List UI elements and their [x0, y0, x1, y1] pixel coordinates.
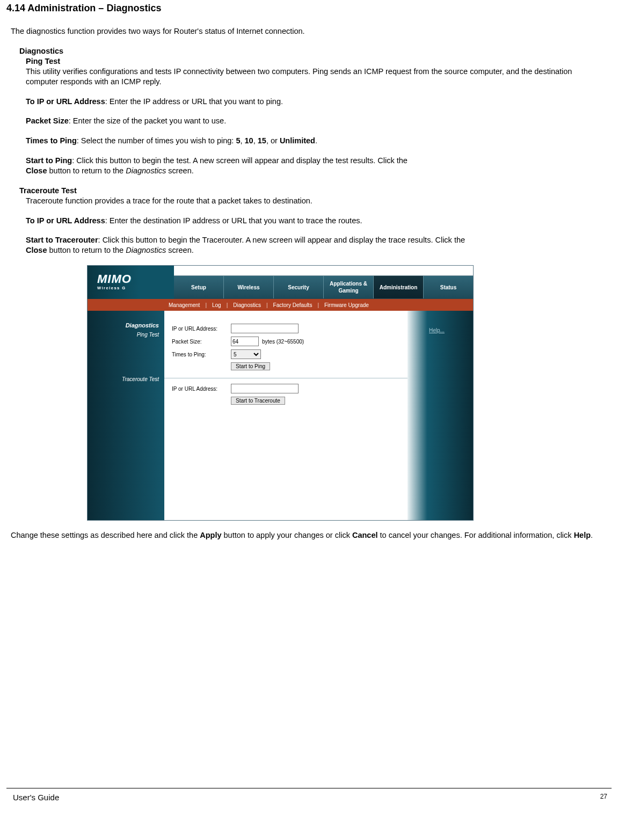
label-times-to-ping: Times to Ping: [172, 351, 231, 358]
subnav-factory-defaults[interactable]: Factory Defaults [273, 302, 312, 309]
intro-text: The diagnostics function provides two wa… [11, 26, 612, 36]
side-label-traceroute-test: Traceroute Test [88, 376, 164, 383]
side-label-ping-test: Ping Test [88, 331, 164, 338]
tab-status[interactable]: Status [424, 276, 473, 298]
traceroute-to-ip: To IP or URL Address: Enter the destinat… [26, 216, 606, 226]
tab-wireless[interactable]: Wireless [224, 276, 274, 298]
footer-separator [6, 788, 612, 788]
label-ip-address-2: IP or URL Address: [172, 385, 231, 392]
tab-security[interactable]: Security [274, 276, 324, 298]
ping-to-ip: To IP or URL Address: Enter the IP addre… [26, 97, 606, 107]
router-ui-screenshot: MIMO Wireless G Setup Wireless Security … [87, 265, 472, 521]
subnav-firmware-upgrade[interactable]: Firmware Upgrade [324, 302, 369, 309]
form-divider [164, 378, 408, 378]
traceroute-start: Start to Tracerouter: Click this button … [26, 235, 606, 255]
tab-setup[interactable]: Setup [174, 276, 224, 298]
ping-start: Start to Ping: Click this button to begi… [26, 156, 606, 176]
diagnostics-heading: Diagnostics [19, 46, 612, 56]
ping-times: Times to Ping: Select the number of time… [26, 136, 606, 146]
traceroute-heading: Traceroute Test [19, 186, 612, 196]
start-to-traceroute-button[interactable]: Start to Traceroute [231, 397, 285, 405]
ping-packet-size: Packet Size: Enter the size of the packe… [26, 116, 606, 126]
ping-test-heading: Ping Test [26, 56, 612, 67]
input-ip-address-2[interactable] [231, 384, 299, 393]
label-packet-size: Packet Size: [172, 338, 231, 345]
help-link[interactable]: Help... [429, 327, 473, 334]
side-label-diagnostics: Diagnostics [88, 322, 164, 329]
tab-applications-gaming[interactable]: Applications & Gaming [324, 276, 374, 298]
start-to-ping-button[interactable]: Start to Ping [231, 362, 270, 370]
input-packet-size[interactable] [231, 337, 259, 346]
traceroute-desc: Traceroute function provides a trace for… [26, 196, 606, 206]
section-title: 4.14 Administration – Diagnostics [6, 2, 612, 14]
label-packet-suffix: bytes (32~65500) [262, 338, 304, 345]
tab-administration[interactable]: Administration [374, 276, 424, 298]
label-ip-address-1: IP or URL Address: [172, 325, 231, 332]
input-ip-address-1[interactable] [231, 324, 299, 333]
footer-title: User's Guide [13, 792, 59, 803]
ping-test-desc: This utility verifies configurations and… [26, 67, 606, 87]
router-logo: MIMO Wireless G [88, 266, 174, 299]
page-number: 27 [600, 793, 607, 801]
subnav-bar: Management | Log | Diagnostics | Factory… [88, 299, 473, 311]
subnav-log[interactable]: Log [212, 302, 221, 309]
subnav-management[interactable]: Management [169, 302, 200, 309]
subnav-diagnostics[interactable]: Diagnostics [233, 302, 261, 309]
closing-text: Change these settings as described here … [11, 530, 607, 540]
select-times-to-ping[interactable]: 5 [231, 349, 261, 359]
